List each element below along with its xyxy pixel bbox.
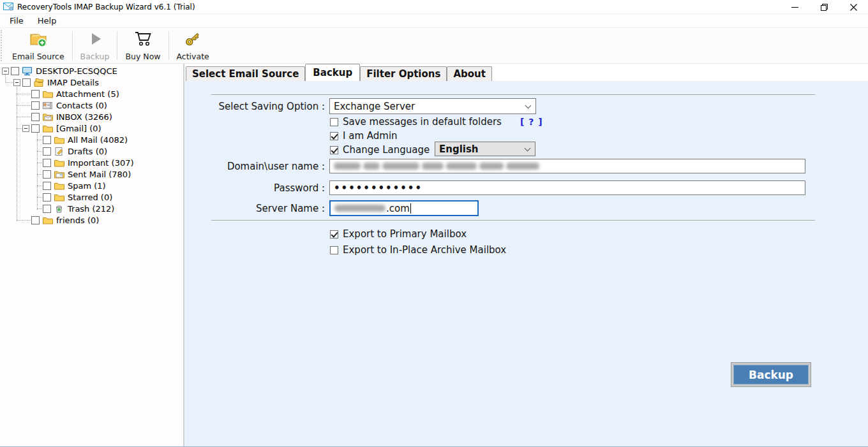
tree-item-label: Sent Mail (780): [68, 170, 131, 179]
toolbar-separator: [72, 31, 73, 60]
language-dropdown[interactable]: English: [435, 142, 535, 156]
activate-button[interactable]: Activate: [170, 28, 216, 63]
tree-checkbox[interactable]: [11, 67, 19, 75]
folder-tree-panel: DESKTOP-ECSQQCE IMAP Details Attachment …: [0, 64, 183, 446]
tree-item-spam[interactable]: Spam (1): [0, 180, 183, 191]
export-archive-checkbox[interactable]: [330, 246, 338, 254]
tree-checkbox[interactable]: [31, 124, 40, 133]
collapse-toggle-icon[interactable]: [2, 68, 9, 75]
tab-select-email-source[interactable]: Select Email Source: [186, 66, 305, 81]
tree-item-imap-details[interactable]: IMAP Details: [0, 77, 183, 88]
drafts-icon: [54, 147, 64, 156]
server-name-label: Server Name :: [204, 203, 325, 214]
domain-username-label: Domain\user name :: [204, 161, 325, 172]
export-primary-row: Export to Primary Mailbox: [330, 228, 467, 240]
toolbar-button-label: Email Source: [12, 52, 64, 61]
collapse-toggle-icon[interactable]: [22, 125, 29, 132]
tree-item-label: Starred (0): [68, 193, 112, 202]
tree-item-attachment[interactable]: Attachment (5): [0, 88, 183, 99]
menu-help[interactable]: Help: [31, 15, 64, 27]
chevron-down-icon: [525, 145, 531, 152]
toolbar: Email Source Backup Buy Now: [0, 28, 868, 64]
tree-item-label: Important (307): [68, 158, 134, 168]
tree-checkbox[interactable]: [43, 182, 51, 190]
tree-item-contacts[interactable]: Contacts (0): [0, 99, 183, 111]
tab-backup[interactable]: Backup: [305, 64, 360, 81]
saving-option-value: Exchange Server: [334, 101, 415, 112]
folder-icon: [54, 193, 64, 202]
tree-checkbox[interactable]: [43, 205, 51, 213]
tree-item-inbox[interactable]: INBOX (3266): [0, 111, 183, 122]
close-button[interactable]: [839, 0, 868, 14]
export-primary-checkbox[interactable]: [330, 230, 338, 238]
menu-file[interactable]: File: [3, 15, 31, 27]
inbox-icon: [42, 112, 53, 121]
obscured-text: [334, 205, 385, 212]
change-language-checkbox[interactable]: [330, 146, 338, 154]
tree-item-sent-mail[interactable]: Sent Mail (780): [0, 168, 183, 180]
tab-strip: Select Email Source Backup Filter Option…: [184, 64, 868, 81]
collapse-toggle-icon[interactable]: [13, 79, 20, 86]
backup-run-button[interactable]: Backup: [74, 28, 116, 63]
tree-checkbox[interactable]: [31, 90, 40, 98]
password-input[interactable]: ••••••••••••: [329, 180, 805, 195]
server-name-input[interactable]: .com: [329, 200, 479, 216]
restore-button[interactable]: [809, 0, 839, 14]
folder-icon: [54, 158, 64, 167]
tree-item-trash[interactable]: Trash (212): [0, 203, 183, 214]
tree-item-drafts[interactable]: Drafts (0): [0, 145, 183, 157]
tree-item-label: All Mail (4082): [68, 135, 128, 145]
toolbar-button-label: Backup: [80, 52, 110, 61]
tab-about[interactable]: About: [447, 66, 492, 81]
domain-username-input[interactable]: [329, 159, 805, 173]
menu-bar: File Help: [0, 14, 868, 28]
save-messages-label: Save messages in default folders: [343, 116, 502, 128]
email-source-icon: [28, 29, 49, 51]
buy-now-button[interactable]: Buy Now: [119, 28, 167, 63]
toolbar-gripper: [1, 30, 5, 61]
password-label: Password :: [204, 182, 325, 194]
tree-checkbox[interactable]: [43, 159, 51, 167]
tree-item-label: [Gmail] (0): [56, 124, 101, 133]
tab-filter-options[interactable]: Filter Options: [360, 66, 447, 81]
save-messages-row: Save messages in default folders [ ? ]: [330, 116, 543, 128]
tree-item-desktop[interactable]: DESKTOP-ECSQQCE: [0, 65, 183, 77]
tree-item-gmail[interactable]: [Gmail] (0): [0, 122, 183, 134]
tree-checkbox[interactable]: [43, 170, 51, 179]
i-am-admin-checkbox[interactable]: [330, 132, 338, 140]
tree-item-label: Drafts (0): [68, 147, 107, 156]
change-language-label: Change Language: [343, 144, 430, 156]
window-title: RecoveryTools IMAP Backup Wizard v6.1 (T…: [17, 3, 195, 11]
password-dots: ••••••••••••: [334, 182, 423, 194]
tree-item-label: Contacts (0): [56, 101, 107, 110]
tree-item-label: friends (0): [56, 216, 99, 225]
minimize-button[interactable]: [780, 0, 809, 14]
tree-item-important[interactable]: Important (307): [0, 157, 183, 168]
change-language-row: Change Language: [330, 144, 430, 156]
folder-icon: [54, 181, 64, 190]
toolbar-separator: [117, 31, 117, 60]
tree-item-friends[interactable]: friends (0): [0, 214, 183, 226]
cart-icon: [133, 29, 153, 51]
i-am-admin-row: I am Admin: [330, 130, 398, 142]
tree-checkbox[interactable]: [43, 136, 51, 144]
save-messages-checkbox[interactable]: [330, 118, 338, 126]
key-icon: [183, 29, 203, 51]
email-source-button[interactable]: Email Source: [6, 28, 71, 63]
folder-tree: DESKTOP-ECSQQCE IMAP Details Attachment …: [0, 65, 183, 226]
tree-checkbox[interactable]: [31, 216, 40, 224]
tree-checkbox[interactable]: [31, 101, 40, 110]
help-link[interactable]: [ ? ]: [520, 117, 543, 127]
tree-item-label: INBOX (3266): [56, 112, 112, 122]
tree-checkbox[interactable]: [22, 78, 31, 87]
tree-item-starred[interactable]: Starred (0): [0, 191, 183, 203]
backup-button[interactable]: Backup: [733, 365, 809, 385]
saving-option-dropdown[interactable]: Exchange Server: [329, 98, 536, 114]
tree-item-all-mail[interactable]: All Mail (4082): [0, 134, 183, 145]
tree-checkbox[interactable]: [31, 113, 40, 121]
imap-folders-icon: [33, 78, 44, 87]
export-primary-label: Export to Primary Mailbox: [343, 228, 467, 240]
tree-checkbox[interactable]: [43, 147, 51, 156]
backup-tab-panel: Select Saving Option : Exchange Server S…: [184, 81, 868, 446]
tree-checkbox[interactable]: [43, 193, 51, 202]
